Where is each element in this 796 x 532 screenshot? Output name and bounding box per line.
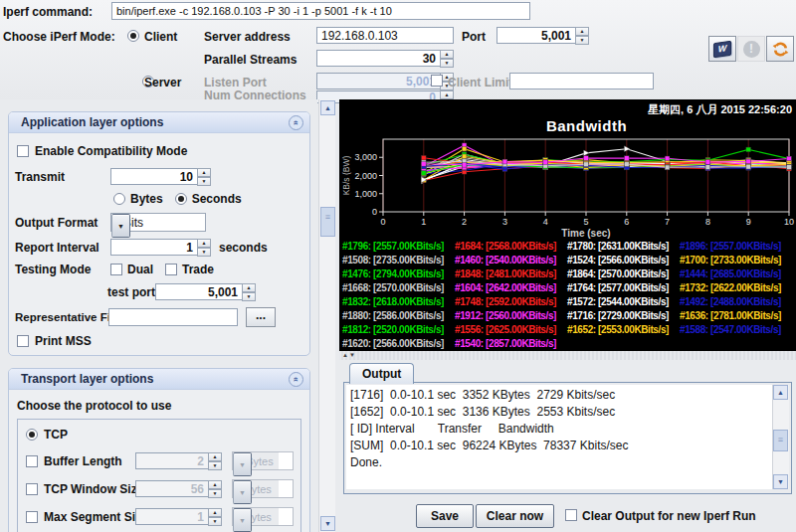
clear-output-label: Clear Output for new Iperf Run [582, 509, 756, 523]
server-address-field[interactable]: 192.168.0.103 [316, 27, 454, 44]
spin-up-icon[interactable]: ▲ [197, 168, 211, 177]
transport-option-row: Max Segment Size1▲▼KBytes▼ [26, 507, 295, 526]
report-interval-spinner-buttons[interactable]: ▲▼ [198, 239, 211, 256]
tab-output[interactable]: Output [349, 363, 414, 384]
port-value[interactable]: 5,001 [497, 27, 576, 44]
spin-up-icon[interactable]: ▲ [440, 50, 454, 59]
parallel-streams-spinner[interactable]: 30 ▲▼ [316, 50, 454, 67]
axis-tick-label: 0 [372, 207, 377, 217]
output-panel: [1716] 0.0-10.1 sec 3352 KBytes 2729 Kbi… [343, 382, 792, 494]
scroll-arrows-icon[interactable]: ▲▼ [342, 351, 356, 360]
tcp-radio[interactable] [26, 429, 38, 441]
top-settings-bar: Iperf command: bin/iperf.exe -c 192.168.… [0, 0, 796, 100]
port-spinner-buttons[interactable]: ▲▼ [576, 27, 589, 44]
compatibility-mode-checkbox[interactable] [17, 145, 29, 157]
option-spinner: 2▲▼ [135, 452, 222, 469]
chart-shape [462, 163, 467, 168]
stream-stat: #1604: [2642.00KBits/s] [455, 281, 567, 295]
spin-down-icon[interactable]: ▼ [197, 177, 211, 186]
seconds-radio-label[interactable]: Seconds [192, 192, 242, 206]
test-port-spinner[interactable]: 5,001 ▲▼ [155, 283, 256, 300]
spin-up-icon[interactable]: ▲ [575, 27, 589, 36]
option-spinner-buttons: ▲▼ [209, 508, 222, 525]
stream-stat: #1700: [2733.00KBits/s] [680, 254, 792, 267]
scroll-up-icon[interactable]: ▲ [320, 100, 335, 115]
output-scrollbar[interactable]: ▲ ▼ [772, 385, 789, 489]
spin-up-icon[interactable]: ▲ [197, 239, 211, 248]
report-interval-spinner[interactable]: 1 ▲▼ [110, 239, 211, 256]
spin-up-icon[interactable]: ▲ [242, 283, 256, 292]
iperf-command-field[interactable]: bin/iperf.exe -c 192.168.0.103 -P 30 -i … [111, 2, 530, 20]
parallel-streams-spinner-buttons[interactable]: ▲▼ [441, 50, 454, 67]
save-button[interactable]: Save [416, 504, 474, 528]
transmit-spinner[interactable]: 10 ▲▼ [110, 168, 211, 185]
trade-checkbox[interactable] [165, 264, 177, 275]
refresh-icon [772, 41, 789, 58]
test-port-spinner-buttons[interactable]: ▲▼ [243, 283, 256, 300]
port-spinner[interactable]: 5,001 ▲▼ [497, 27, 589, 44]
representative-file-field[interactable] [108, 308, 238, 326]
axis-tick-label: 10 [784, 217, 794, 227]
chart-shape [787, 156, 792, 161]
report-interval-value[interactable]: 1 [110, 239, 198, 256]
collapse-chevron-icon[interactable]: » [289, 372, 303, 387]
seconds-radio[interactable] [175, 193, 187, 205]
axis-tick-label: 2,000 [354, 171, 377, 181]
chart-shape [705, 160, 710, 165]
jperf-window: Iperf command: bin/iperf.exe -c 192.168.… [0, 0, 796, 532]
axis-tick-label: 7 [665, 217, 670, 227]
dual-checkbox-label[interactable]: Dual [127, 263, 153, 276]
scroll-down-icon[interactable]: ▼ [320, 516, 335, 531]
run-iperf-button[interactable]: W [708, 36, 736, 62]
spin-down-icon[interactable]: ▼ [575, 36, 589, 45]
combo-arrow-icon[interactable]: ▼ [111, 214, 130, 238]
dual-checkbox[interactable] [110, 264, 122, 275]
bytes-radio-label[interactable]: Bytes [130, 192, 163, 206]
scroll-down-icon[interactable]: ▼ [773, 474, 788, 489]
server-radio-label[interactable]: Server [144, 76, 181, 89]
parallel-streams-value[interactable]: 30 [316, 50, 441, 67]
axis-tick-label: Time (sec) [561, 228, 610, 239]
scroll-up-icon[interactable]: ▲ [773, 385, 788, 400]
stream-stat: #1748: [2592.00KBits/s] [455, 295, 567, 309]
client-limit-label: Client Limit [448, 76, 512, 89]
scrollbar-thumb[interactable] [773, 430, 788, 451]
option-checkbox[interactable] [26, 455, 38, 467]
clear-output-checkbox[interactable] [565, 509, 577, 521]
transport-layer-title: Transport layer options [21, 372, 153, 386]
transport-layer-header[interactable]: Transport layer options » [9, 369, 309, 390]
options-scrollbar[interactable]: ▲ ▼ [318, 99, 335, 532]
option-label: Max Segment Size [44, 510, 135, 524]
print-mss-checkbox[interactable] [17, 335, 29, 347]
options-column: Application layer options » Enable Compa… [0, 99, 317, 532]
collapse-chevron-icon[interactable]: » [289, 115, 303, 130]
client-limit-checkbox[interactable] [431, 75, 443, 87]
scrollbar-thumb[interactable] [320, 207, 335, 237]
tcp-radio-label[interactable]: TCP [44, 428, 68, 442]
output-textarea[interactable]: [1716] 0.0-10.1 sec 3352 KBytes 2729 Kbi… [346, 385, 772, 489]
stats-scrollbar[interactable]: ▲▼ [339, 351, 796, 360]
stream-stat: #1540: [2857.00KBits/s] [455, 337, 567, 351]
spin-down-icon[interactable]: ▼ [242, 292, 256, 301]
application-layer-header[interactable]: Application layer options » [9, 112, 309, 133]
trade-checkbox-label[interactable]: Trade [182, 263, 214, 276]
client-limit-field[interactable] [509, 73, 654, 89]
transmit-value[interactable]: 10 [110, 168, 198, 185]
iperf-command-label: Iperf command: [3, 5, 93, 19]
spin-down-icon[interactable]: ▼ [197, 248, 211, 257]
browse-file-button[interactable]: ... [246, 307, 276, 327]
option-checkbox[interactable] [26, 511, 38, 523]
client-radio[interactable] [127, 30, 139, 42]
output-format-combo[interactable]: KBits ▼ [110, 213, 206, 232]
bytes-radio[interactable] [113, 193, 125, 205]
stream-stat: #1444: [2685.00KBits/s] [680, 267, 792, 281]
spin-down-icon[interactable]: ▼ [440, 59, 454, 68]
stream-stat: #1848: [2481.00KBits/s] [455, 267, 567, 281]
option-checkbox[interactable] [26, 483, 38, 495]
client-radio-label[interactable]: Client [144, 30, 177, 44]
stream-stat: #1588: [2547.00KBits/s] [680, 323, 792, 337]
transmit-spinner-buttons[interactable]: ▲▼ [198, 168, 211, 185]
restart-iperf-button[interactable] [766, 36, 794, 62]
clear-now-button[interactable]: Clear now [476, 504, 554, 528]
test-port-value[interactable]: 5,001 [155, 283, 243, 300]
